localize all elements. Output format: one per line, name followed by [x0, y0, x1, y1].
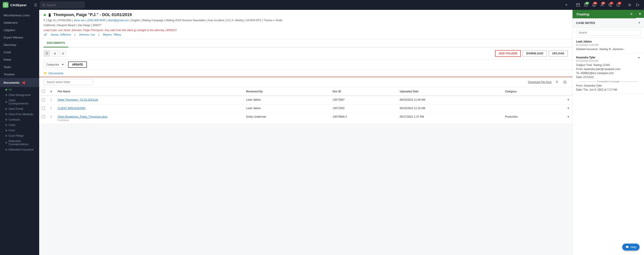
tabs-bar: Documents — [39, 39, 572, 47]
sidebar-item-litigation[interactable]: Litigation — [0, 26, 39, 34]
view-large-grid-btn[interactable]: ⊟ — [60, 50, 66, 57]
sidebar-sub-defendant-insurance[interactable]: Defendant Insurance — [0, 147, 39, 152]
sidebar-item-timeline[interactable]: Timeline — [0, 71, 39, 78]
search-input[interactable] — [46, 3, 78, 7]
client-dob: 07/05/1991 — [58, 19, 72, 22]
file-link-2[interactable]: CLIENT BREAKDOWN — [58, 107, 85, 110]
sidebar-sub-court[interactable]: Court — [0, 128, 39, 133]
logout-btn[interactable] — [634, 1, 641, 8]
sidebar-sub-contracts[interactable]: Contracts — [0, 117, 39, 122]
treating-chevron[interactable]: ≡ — [630, 12, 632, 16]
view-small-grid-btn[interactable]: ⊞ — [52, 50, 58, 57]
client-language: English — [131, 19, 140, 22]
categories-select[interactable]: Categories — [44, 62, 66, 67]
sidebar-sub-client-portal[interactable]: Client Portal — [0, 106, 39, 112]
note-item-0: Leah Jablon 07/13/2022 1:05 PM Deleted i… — [572, 38, 644, 54]
sidebar-sub-all[interactable]: All — [0, 87, 39, 92]
view-list-btn[interactable]: ☰ — [44, 50, 50, 57]
client-phone-link[interactable]: (203) 909-0035 — [87, 19, 106, 22]
table-row: 3 Client Breakdown_Paige_Thompson.docx 3… — [39, 113, 572, 124]
file-link-1[interactable]: Paige Thompson - 01-01-2019.zip — [58, 98, 98, 101]
row-checkbox-2[interactable] — [42, 107, 45, 110]
sidebar-sub-label: Defendant Correspondence — [8, 140, 36, 146]
small-grid-icon: ⊞ — [54, 52, 56, 55]
row-expand-2[interactable]: ▼ — [567, 107, 570, 110]
global-search — [40, 1, 85, 8]
hamburger-icon[interactable]: ☰ — [34, 3, 37, 7]
settings-btn[interactable] — [626, 1, 633, 8]
sidebar-sub-label: Contracts — [8, 118, 20, 121]
sidebar-item-costs[interactable]: Costs — [0, 48, 39, 56]
logo-icon — [3, 2, 8, 8]
attorney-link-0[interactable]: James, Jefferson — [50, 33, 71, 36]
sub-dot — [5, 101, 7, 103]
row-expand-1[interactable]: ▼ — [567, 98, 570, 101]
row-expand-3[interactable]: ▼ — [567, 115, 570, 118]
sidebar-sub-defendant-correspondence[interactable]: Defendant Correspondence — [0, 138, 39, 147]
sidebar-sub-costs[interactable]: Costs — [0, 122, 39, 128]
sidebar-item-settlement[interactable]: Settlement — [0, 19, 39, 26]
file-link-3[interactable]: Client Breakdown_Paige_Thompson.docx — [58, 115, 108, 118]
sidebar-item-expert-witness[interactable]: Expert Witness — [0, 34, 39, 41]
add-folder-button[interactable]: ADD FOLDER — [495, 50, 521, 57]
attorney-link-2[interactable]: Meyers, Tiffany — [103, 33, 121, 36]
lead-case-text: Lead Case: Leo Jason Johnson, Paige Thom… — [44, 29, 568, 32]
treating-dropdown-btn[interactable]: ▼ — [636, 10, 644, 18]
mail-btn[interactable]: 85 — [582, 1, 590, 8]
export-btn[interactable] — [562, 79, 568, 85]
tab-documents[interactable]: Documents — [44, 39, 68, 47]
show-ssn-link[interactable]: show ssn — [74, 19, 85, 22]
attorney-link-1[interactable]: Johnson, Leo — [79, 33, 95, 36]
client-email-link[interactable]: client@gmail.com — [108, 19, 129, 22]
search-folder-input[interactable] — [44, 79, 93, 85]
folder-path-link[interactable]: Documents — [48, 72, 63, 75]
sidebar-sub-client-correspondence[interactable]: Client Correspondence — [0, 98, 39, 106]
bell-btn[interactable]: 59 — [590, 1, 598, 8]
sidebar-label: Tasks — [4, 65, 11, 69]
col-filename: File Name — [55, 87, 244, 96]
row-checkbox-3[interactable] — [42, 115, 45, 118]
filter-btn[interactable] — [554, 79, 560, 85]
note-expand-1[interactable]: ▼ — [637, 56, 640, 59]
update-button[interactable]: UPDATE — [68, 61, 87, 68]
calendar-btn[interactable] — [574, 1, 582, 8]
sidebar-sub-client-prior-medicals[interactable]: Client Prior Medicals — [0, 112, 39, 117]
sidebar-item-misc-liens[interactable]: Miscellaneous Liens — [0, 12, 39, 19]
user-badge: 25 — [601, 2, 605, 4]
bell-badge: 59 — [593, 2, 597, 4]
reviewed-by-2: Leah Jablon — [244, 104, 330, 113]
download-file-sync-link[interactable]: Download File Sync — [528, 80, 552, 84]
plus-btn[interactable]: + — [563, 1, 570, 8]
sidebar-item-notes[interactable]: Notes — [0, 56, 39, 63]
search-icon — [42, 3, 45, 6]
user-btn[interactable]: 25 — [598, 1, 606, 8]
sub-dot — [5, 108, 7, 110]
alert-btn[interactable]: 9 — [615, 1, 622, 8]
select-all-checkbox[interactable] — [42, 89, 45, 93]
download-button[interactable]: DOWNLOAD — [523, 50, 547, 57]
phone-btn[interactable]: 8 — [606, 1, 614, 8]
svg-line-3 — [44, 5, 45, 6]
help-button[interactable]: 💬 Help — [622, 244, 640, 251]
main-layout: Miscellaneous Liens Settlement Litigatio… — [0, 10, 644, 255]
col-reviewed-by: Reviewed By — [244, 87, 330, 96]
note-item-1: ▼ Kasandra Tyler 07/13/2022 8:04 AM Subj… — [572, 54, 644, 94]
note-subject: Subject: Fwd: Testing 12344 — [576, 63, 640, 67]
client-state: CA — [226, 19, 230, 22]
sidebar-item-documents[interactable]: Documents ◀ — [0, 78, 39, 87]
row-checkbox-1[interactable] — [42, 98, 45, 101]
add-note-button[interactable]: + — [638, 20, 640, 25]
upload-button[interactable]: UPLOAD — [548, 50, 568, 57]
case-notes-search-input[interactable] — [576, 29, 640, 36]
sidebar-sub-court-filings[interactable]: Court Filings — [0, 133, 39, 138]
uploaded-date-2: 06/23/2022 11:10 AM — [397, 104, 502, 113]
table-row: 1 Paige Thompson - 01-01-2019.zip Leah J… — [39, 96, 572, 104]
client-city: Newport Beach — [57, 24, 76, 27]
fwd-from: From: Kasandra Tyler — [576, 84, 640, 88]
logo: CASEpeer — [3, 2, 30, 8]
sidebar-item-discovery[interactable]: Discovery — [0, 41, 39, 48]
file-table: # File Name Reviewed By Doc ID Uploaded … — [39, 87, 572, 124]
sidebar-item-tasks[interactable]: Tasks — [0, 63, 39, 71]
help-label: Help — [630, 245, 636, 249]
sidebar-sub-client-background[interactable]: Client Background — [0, 92, 39, 98]
